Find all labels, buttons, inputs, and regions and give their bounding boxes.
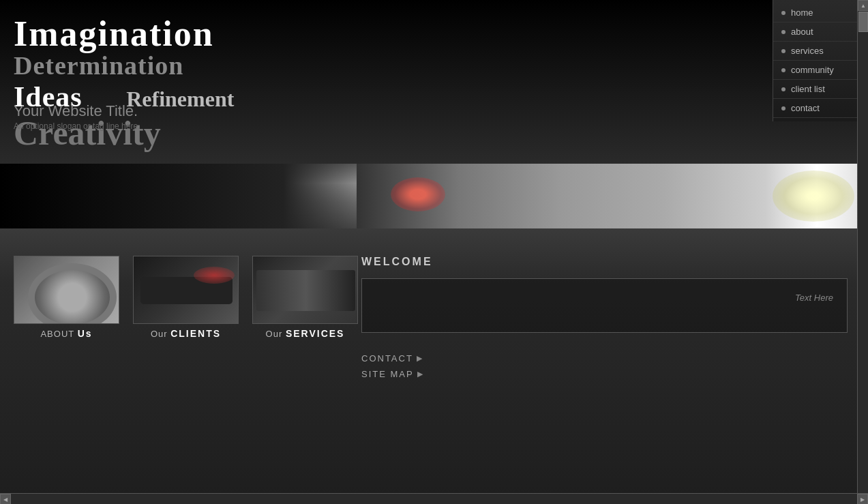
site-title: Your Website Title. (14, 102, 138, 120)
nav-bullet (781, 87, 785, 91)
thumb-about[interactable]: ABOUT Us (14, 256, 119, 339)
welcome-section: WELCOME Text Here CONTACT ▶ SITE MAP ▶ (341, 242, 868, 488)
scroll-thumb-vertical[interactable] (858, 12, 868, 32)
nav-bullet (781, 11, 785, 15)
thumb-about-label-plain: ABOUT (40, 329, 77, 339)
word-refinement: Refinement (126, 87, 234, 112)
nav-item-about[interactable]: about (773, 23, 868, 42)
nav-item-client-list[interactable]: client list (773, 80, 868, 99)
scroll-up-button[interactable]: ▲ (858, 0, 868, 11)
contact-arrow-icon: ▶ (417, 354, 423, 363)
links-section: CONTACT ▶ SITE MAP ▶ (361, 353, 848, 379)
nav-label-services: services (791, 46, 824, 56)
nav-label-home: home (791, 8, 813, 18)
thumb-services-label-plain: Our (266, 329, 286, 339)
header: Imagination Determination Ideas Refineme… (0, 0, 868, 164)
thumb-services-label: Our SERVICES (266, 328, 345, 339)
nav-item-contact[interactable]: contact (773, 99, 868, 118)
thumb-about-label-highlight: Us (78, 328, 93, 339)
link-sitemap-label: SITE MAP (361, 369, 414, 379)
nav-item-community[interactable]: community (773, 61, 868, 80)
main-nav: home about services community client lis… (773, 0, 868, 121)
thumb-clients-image (133, 256, 239, 324)
welcome-title: WELCOME (361, 256, 848, 268)
thumb-clients-label-highlight: CLIENTS (170, 328, 221, 339)
nav-bullet (781, 30, 785, 34)
scrollbar-horizontal[interactable]: ◀ ▶ (0, 493, 868, 501)
word-determination: Determination (14, 50, 234, 80)
link-contact-label: CONTACT (361, 353, 413, 364)
nav-label-client-list: client list (791, 84, 825, 94)
scroll-track-horizontal (11, 494, 857, 501)
banner-car-image (357, 164, 868, 228)
nav-label-about: about (791, 27, 813, 37)
nav-bullet (781, 68, 785, 72)
nav-bullet (781, 106, 785, 110)
thumb-services-label-highlight: SERVICES (286, 328, 345, 339)
link-sitemap[interactable]: SITE MAP ▶ (361, 369, 848, 379)
thumb-clients-label-plain: Our (151, 329, 170, 339)
nav-item-services[interactable]: services (773, 42, 868, 61)
thumbnails-section: ABOUT Us Our CLIENTS Our SERVICES (0, 242, 341, 488)
scroll-track-vertical (858, 11, 868, 493)
header-text: Imagination Determination Ideas Refineme… (14, 14, 234, 153)
welcome-text: Text Here (376, 293, 833, 303)
word-imagination: Imagination (14, 14, 234, 54)
scroll-right-button[interactable]: ▶ (857, 494, 868, 501)
thumb-about-image (14, 256, 119, 324)
nav-item-home[interactable]: home (773, 3, 868, 23)
link-contact[interactable]: CONTACT ▶ (361, 353, 848, 364)
site-slogan: An optional slogan or tag line here. (14, 121, 140, 131)
scroll-left-button[interactable]: ◀ (0, 494, 11, 501)
nav-label-community: community (791, 65, 834, 75)
nav-label-contact: contact (791, 103, 820, 113)
banner-dark (0, 164, 355, 228)
nav-bullet (781, 49, 785, 53)
thumb-clients[interactable]: Our CLIENTS (133, 256, 239, 339)
welcome-text-box: Text Here (361, 278, 848, 333)
thumb-clients-label: Our CLIENTS (151, 328, 221, 339)
thumb-about-label: ABOUT Us (40, 328, 92, 339)
banner (0, 164, 868, 228)
scrollbar-vertical[interactable]: ▲ ▼ (857, 0, 868, 501)
content-area: ABOUT Us Our CLIENTS Our SERVICES WELCOM… (0, 228, 868, 501)
sitemap-arrow-icon: ▶ (417, 370, 424, 379)
thumb-services-image (252, 256, 358, 324)
